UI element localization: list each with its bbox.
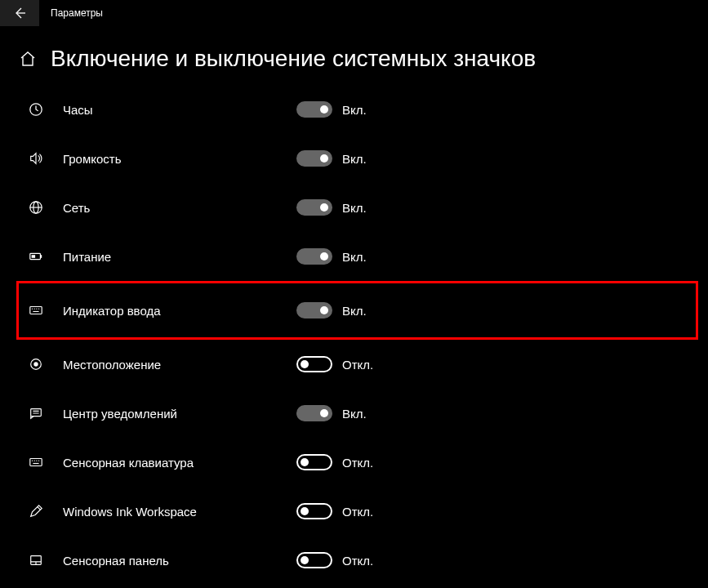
row-label: Громкость <box>63 152 296 166</box>
toggle-state-label: Вкл. <box>342 152 367 166</box>
toggle-state-label: Откл. <box>342 456 373 470</box>
keyboard-icon <box>27 453 45 471</box>
home-icon[interactable] <box>20 51 36 67</box>
row-touchpad: Сенсорная панельОткл. <box>16 536 698 585</box>
arrow-left-icon <box>13 7 26 20</box>
toggle-action-center[interactable] <box>296 405 332 421</box>
row-touch-keyboard: Сенсорная клавиатураОткл. <box>16 438 698 487</box>
toggle-state-label: Вкл. <box>342 407 367 421</box>
battery-icon <box>27 247 45 265</box>
keyboard-icon <box>27 301 45 319</box>
notification-icon <box>27 404 45 422</box>
row-label: Часы <box>63 103 296 117</box>
clock-icon <box>27 100 45 118</box>
toggle-input-indicator[interactable] <box>296 302 332 318</box>
toggle-state-label: Откл. <box>342 358 373 372</box>
toggle-volume[interactable] <box>296 150 332 167</box>
pen-icon <box>27 502 45 520</box>
back-button[interactable] <box>0 0 39 26</box>
location-icon <box>27 355 45 373</box>
row-label: Центр уведомлений <box>63 407 296 421</box>
row-network: СетьВкл. <box>16 183 698 232</box>
toggle-state-label: Откл. <box>342 505 373 519</box>
row-power: ПитаниеВкл. <box>16 232 698 281</box>
row-volume: ГромкостьВкл. <box>16 134 698 183</box>
toggle-state-label: Вкл. <box>342 201 367 215</box>
row-action-center: Центр уведомленийВкл. <box>16 389 698 438</box>
toggle-state-label: Откл. <box>342 554 373 568</box>
row-clock: ЧасыВкл. <box>16 85 698 134</box>
touchpad-icon <box>27 551 45 569</box>
volume-icon <box>27 149 45 167</box>
row-location: МестоположениеОткл. <box>16 340 698 389</box>
toggle-location[interactable] <box>296 356 332 372</box>
row-label: Местоположение <box>63 358 296 372</box>
toggle-power[interactable] <box>296 248 332 265</box>
row-label: Индикатор ввода <box>63 304 296 318</box>
toggle-windows-ink[interactable] <box>296 503 332 519</box>
app-title: Параметры <box>51 7 103 19</box>
row-label: Сенсорная клавиатура <box>63 456 296 470</box>
row-label: Сенсорная панель <box>63 554 296 568</box>
row-label: Питание <box>63 250 296 264</box>
row-label: Сеть <box>63 201 296 215</box>
toggle-touchpad[interactable] <box>296 552 332 568</box>
globe-icon <box>27 198 45 216</box>
page-title: Включение и выключение системных значков <box>51 46 536 72</box>
toggle-state-label: Вкл. <box>342 250 367 264</box>
row-windows-ink: Windows Ink WorkspaceОткл. <box>16 487 698 536</box>
toggle-state-label: Вкл. <box>342 304 367 318</box>
row-input-indicator: Индикатор вводаВкл. <box>16 281 698 340</box>
toggle-state-label: Вкл. <box>342 103 367 117</box>
system-icons-list: ЧасыВкл.ГромкостьВкл.СетьВкл.ПитаниеВкл.… <box>0 82 708 585</box>
toggle-network[interactable] <box>296 199 332 216</box>
row-label: Windows Ink Workspace <box>63 505 296 519</box>
toggle-touch-keyboard[interactable] <box>296 454 332 470</box>
toggle-clock[interactable] <box>296 101 332 118</box>
